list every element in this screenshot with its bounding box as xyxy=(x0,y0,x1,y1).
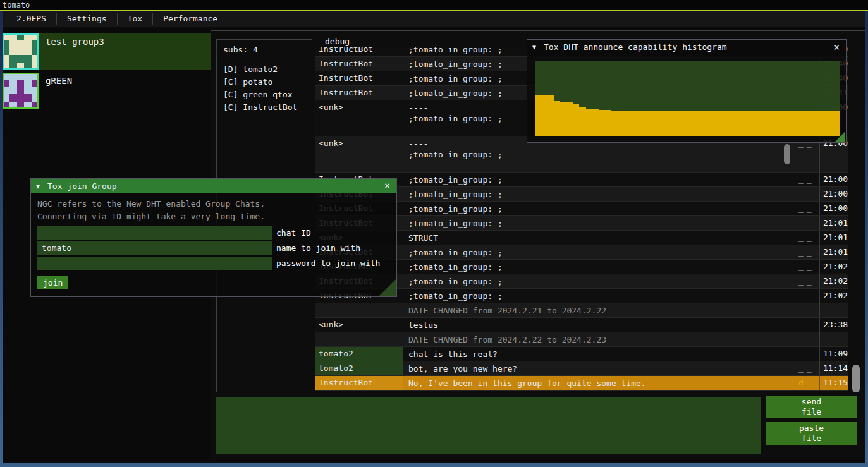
message-text: ;tomato_in_group: ; xyxy=(403,173,795,186)
join-field-row: password to join with xyxy=(37,257,390,270)
status-flag: _ xyxy=(807,378,812,387)
join-password-input[interactable] xyxy=(37,257,272,270)
member-prefix: [C] xyxy=(223,102,243,112)
histogram-bar xyxy=(668,111,675,136)
message-line: ;tomato_in_group: ; xyxy=(408,291,795,301)
message-author: tomato2 xyxy=(315,347,403,361)
histogram-bar xyxy=(649,111,656,136)
message-author: InstructBot xyxy=(315,57,403,71)
histogram-bar xyxy=(630,111,637,136)
histogram-bar xyxy=(770,111,776,136)
message-status-flags: __ xyxy=(795,361,820,375)
join-field-label: password to join with xyxy=(276,258,380,268)
histogram-bar xyxy=(541,95,547,136)
message-timestamp: 21:00 xyxy=(820,187,848,201)
chat-id-input[interactable] xyxy=(37,226,272,240)
join-field-label: name to join with xyxy=(276,243,360,253)
members-separator xyxy=(223,59,305,59)
menu-item-performance[interactable]: Performance xyxy=(153,11,228,27)
histogram-bar xyxy=(700,111,707,136)
chat-message-row[interactable]: tomato2bot, are you new here?__11:14 xyxy=(315,361,848,376)
member-row[interactable]: [D] tomato2 xyxy=(223,63,305,76)
dht-histogram-title: Tox DHT announce capability histogram xyxy=(544,42,727,52)
join-name-input[interactable] xyxy=(37,241,272,255)
message-author: InstructBot xyxy=(315,86,403,100)
message-text: ;tomato_in_group: ; xyxy=(403,274,795,288)
histogram-bar xyxy=(618,111,624,136)
members-count-header: subs: 4 xyxy=(223,45,305,54)
tab-debug[interactable]: debug xyxy=(325,37,350,46)
date-changed-text: DATE CHANGED from 2024.2.21 to 2024.2.22 xyxy=(408,305,795,316)
message-timestamp: 21:00 xyxy=(820,202,848,215)
histogram-bar xyxy=(828,111,834,136)
join-button[interactable]: join xyxy=(37,276,68,289)
message-text: No, I've been in this group for quite so… xyxy=(403,376,795,390)
send-file-button[interactable]: send file xyxy=(766,396,857,418)
status-flag: _ xyxy=(807,320,812,329)
inner-scrollbar-thumb[interactable] xyxy=(784,144,790,164)
status-flag: _ xyxy=(807,189,812,198)
histogram-bar xyxy=(624,111,630,136)
collapse-arrow-icon[interactable]: ▼ xyxy=(36,183,40,190)
chat-message-row[interactable]: tomato2chat is this real?__11:09 xyxy=(315,347,848,361)
date-changed-row[interactable]: DATE CHANGED from 2024.2.21 to 2024.2.22 xyxy=(315,303,848,318)
dht-histogram-titlebar[interactable]: ▼ Tox DHT announce capability histogram … xyxy=(527,40,846,54)
member-row[interactable]: [C] InstructBot xyxy=(223,101,305,114)
menu-item-settings[interactable]: Settings xyxy=(57,11,117,27)
sidebar-item-test-group3[interactable]: test_group3 xyxy=(3,33,211,70)
message-author: InstructBot xyxy=(315,71,403,85)
group-name: gREEN xyxy=(46,76,72,86)
window-titlebar[interactable]: tomato xyxy=(0,0,868,10)
message-line: ;tomato_in_group: ; xyxy=(408,218,795,229)
status-flag: _ xyxy=(807,349,812,358)
status-flag: _ xyxy=(798,203,804,213)
close-icon[interactable]: × xyxy=(383,180,391,191)
member-row[interactable]: [C] potato xyxy=(223,76,305,88)
histogram-bar xyxy=(579,107,585,136)
message-status-flags: __ xyxy=(795,347,820,361)
message-line: chat is this real? xyxy=(408,349,795,360)
status-flag: _ xyxy=(798,189,804,198)
date-changed-text: DATE CHANGED from 2024.2.22 to 2024.2.23 xyxy=(408,334,795,345)
message-line: No, I've been in this group for quite so… xyxy=(408,378,795,389)
resize-grip[interactable] xyxy=(379,279,396,296)
message-text: DATE CHANGED from 2024.2.21 to 2024.2.22 xyxy=(403,303,795,317)
message-author: <unk> xyxy=(315,136,403,172)
message-status-flags xyxy=(795,303,820,317)
resize-grip[interactable] xyxy=(835,131,845,142)
member-name: tomato2 xyxy=(243,64,278,74)
message-line: STRUCT xyxy=(408,233,795,243)
paste-file-button[interactable]: paste file xyxy=(766,422,857,445)
histogram-bar xyxy=(586,109,592,136)
status-flag: _ xyxy=(807,363,812,373)
join-group-fields: chat IDname to join withpassword to join… xyxy=(31,226,396,270)
message-timestamp: 11:09 xyxy=(820,347,848,361)
histogram-bar xyxy=(802,111,809,136)
histogram-bar xyxy=(560,102,566,136)
join-group-titlebar[interactable]: ▼ Tox join Group × xyxy=(31,179,396,193)
chat-message-row[interactable]: InstructBotNo, I've been in this group f… xyxy=(315,376,848,391)
chat-scrollbar-thumb[interactable] xyxy=(852,365,860,392)
menu-item-2-0fps[interactable]: 2.0FPS xyxy=(6,11,56,27)
message-line: ;tomato_in_group: ; xyxy=(408,276,795,287)
close-icon[interactable]: × xyxy=(833,42,841,53)
status-flag: _ xyxy=(807,203,812,213)
menu-item-tox[interactable]: Tox xyxy=(118,11,152,27)
histogram-bar xyxy=(707,111,713,136)
date-changed-row[interactable]: DATE CHANGED from 2024.2.22 to 2024.2.23 xyxy=(315,332,848,347)
message-author: tomato2 xyxy=(315,361,403,375)
message-status-flags: __ xyxy=(795,202,820,215)
status-flag: _ xyxy=(798,233,804,242)
message-status-flags: __ xyxy=(795,260,820,274)
message-text: ;tomato_in_group: ; xyxy=(403,216,795,230)
histogram-bar xyxy=(751,111,757,136)
histogram-bar xyxy=(535,95,541,136)
sidebar-item-green[interactable]: gREEN xyxy=(3,73,211,109)
message-line: ;tomato_in_group: ; xyxy=(408,262,795,272)
message-input[interactable] xyxy=(216,397,761,454)
collapse-arrow-icon[interactable]: ▼ xyxy=(532,44,536,51)
chat-message-row[interactable]: <unk>testus__23:38 xyxy=(315,318,848,332)
member-row[interactable]: [C] green_qtox xyxy=(223,88,305,101)
message-timestamp: 21:02 xyxy=(820,260,848,274)
member-name: green_qtox xyxy=(243,90,292,99)
